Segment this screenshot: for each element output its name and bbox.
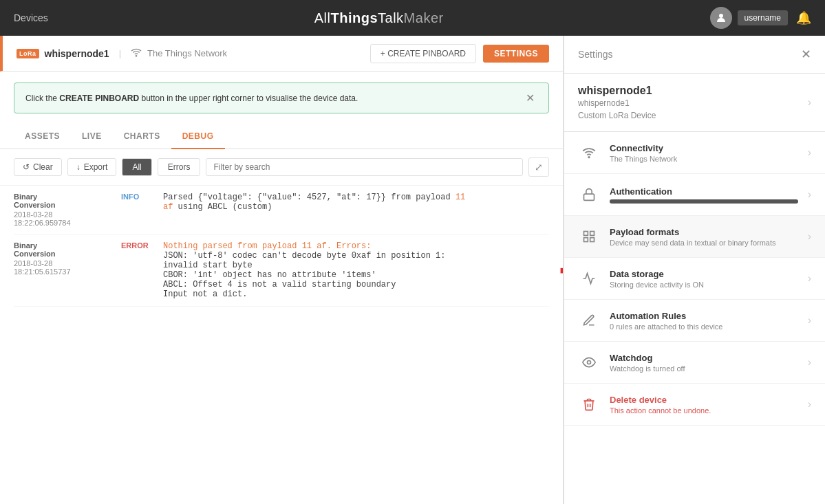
device-info-section[interactable]: whispernode1 whispernode1 Custom LoRa De…	[564, 74, 825, 132]
info-banner-text: Click the CREATE PINBOARD button in the …	[25, 94, 523, 103]
pencil-icon	[578, 309, 600, 331]
settings-item-watchdog[interactable]: Watchdog Watchdog is turned off ›	[564, 342, 825, 384]
left-panel: LoRa whispernode1 | The Things Network +…	[0, 36, 564, 504]
clear-button[interactable]: ↺ Clear	[14, 158, 62, 176]
payload-content: Payload formats Device may send data in …	[610, 227, 798, 247]
automation-title: Automation Rules	[610, 311, 798, 321]
payload-title: Payload formats	[610, 227, 798, 237]
svg-point-0	[719, 14, 723, 18]
data-storage-content: Data storage Storing device activity is …	[610, 269, 798, 289]
divider: |	[119, 48, 121, 58]
info-text-highlight: CREATE PINBOARD	[59, 94, 139, 103]
debug-toolbar: ↺ Clear ↓ Export All Errors ⤢	[0, 149, 563, 186]
payload-chevron-icon: ›	[808, 230, 811, 243]
app-title: AllThingsTalkMaker	[314, 10, 444, 26]
settings-item-data-storage[interactable]: Data storage Storing device activity is …	[564, 258, 825, 300]
settings-item-delete[interactable]: Delete device This action cannot be undo…	[564, 384, 825, 426]
search-input[interactable]	[206, 158, 523, 176]
tab-assets[interactable]: ASSETS	[14, 124, 71, 149]
download-icon: ↓	[76, 162, 81, 172]
grid-icon	[578, 226, 600, 248]
watchdog-content: Watchdog Watchdog is turned off	[610, 353, 798, 373]
log-meta-2: BinaryConversion 2018-03-2818:21:05.6157…	[14, 241, 110, 276]
nav-right: username 🔔	[710, 7, 811, 29]
settings-item-payload[interactable]: Payload formats Device may send data in …	[564, 216, 825, 258]
connectivity-title: Connectivity	[610, 143, 798, 153]
data-storage-chevron-icon: ›	[808, 272, 811, 285]
authentication-content: Authentication	[610, 186, 798, 204]
svg-rect-7	[584, 238, 588, 242]
connectivity-sub: The Things Network	[610, 155, 798, 163]
chevron-right-icon: ›	[808, 96, 811, 109]
connectivity-content: Connectivity The Things Network	[610, 143, 798, 163]
eye-icon	[578, 351, 600, 373]
username-display[interactable]: username	[738, 10, 788, 25]
user-section: username	[710, 7, 788, 29]
title-all: All	[314, 10, 331, 25]
device-header-left: LoRa whispernode1 | The Things Network	[17, 47, 227, 60]
data-storage-sub: Storing device activity is ON	[610, 281, 798, 289]
settings-item-automation[interactable]: Automation Rules 0 rules are attached to…	[564, 300, 825, 342]
watchdog-title: Watchdog	[610, 353, 798, 363]
tab-charts[interactable]: CHARTS	[113, 124, 171, 149]
svg-rect-5	[590, 232, 594, 236]
chart-icon	[578, 267, 600, 289]
settings-item-connectivity[interactable]: Connectivity The Things Network ›	[564, 132, 825, 174]
delete-chevron-icon: ›	[808, 398, 811, 410]
svg-point-8	[588, 361, 591, 364]
log-date-1: 2018-03-2818:22:06.959784	[14, 210, 110, 227]
device-info-title: whispernode1	[578, 85, 656, 97]
payload-sub: Device may send data in textual or binar…	[610, 239, 798, 247]
create-pinboard-button[interactable]: + CREATE PINBOARD	[370, 44, 476, 63]
delete-content: Delete device This action cannot be undo…	[610, 395, 798, 415]
automation-chevron-icon: ›	[808, 314, 811, 327]
top-navigation: Devices AllThingsTalkMaker username 🔔	[0, 0, 825, 36]
settings-button[interactable]: SETTINGS	[483, 45, 549, 63]
settings-panel: Settings ✕ whispernode1 whispernode1 Cus…	[564, 36, 825, 504]
nav-devices-label[interactable]: Devices	[14, 12, 48, 23]
svg-rect-4	[584, 232, 588, 236]
info-text-post: button in the upper right corner to visu…	[139, 94, 358, 103]
lora-badge: LoRa	[17, 49, 39, 58]
info-text-pre: Click the	[25, 94, 59, 103]
tab-live[interactable]: LIVE	[71, 124, 113, 149]
log-area: BinaryConversion 2018-03-2818:22:06.9597…	[0, 186, 563, 307]
wifi-icon	[578, 142, 600, 164]
log-date-2: 2018-03-2818:21:05.615737	[14, 259, 110, 276]
log-meta-1: BinaryConversion 2018-03-2818:22:06.9597…	[14, 193, 110, 227]
svg-point-1	[136, 56, 136, 56]
log-level-1: INFO	[121, 193, 152, 201]
log-type-1: BinaryConversion	[14, 193, 110, 209]
title-maker: Maker	[404, 10, 444, 25]
automation-content: Automation Rules 0 rules are attached to…	[610, 311, 798, 331]
filter-errors-button[interactable]: Errors	[158, 158, 201, 176]
auth-bar	[610, 199, 798, 204]
device-info-sub: whispernode1	[578, 98, 656, 108]
network-name: The Things Network	[147, 48, 227, 58]
avatar[interactable]	[710, 7, 732, 29]
log-type-2: BinaryConversion	[14, 241, 110, 258]
tab-debug[interactable]: DEBUG	[171, 124, 225, 149]
refresh-icon: ↺	[23, 162, 30, 172]
device-name: whispernode1	[45, 48, 109, 59]
settings-item-authentication[interactable]: Authentication ›	[564, 174, 825, 216]
arrow-container: ➡	[554, 259, 564, 282]
data-storage-title: Data storage	[610, 269, 798, 279]
authentication-title: Authentication	[610, 186, 798, 197]
log-entry: BinaryConversion 2018-03-2818:22:06.9597…	[14, 186, 549, 234]
clear-label: Clear	[33, 162, 53, 172]
notification-bell-icon[interactable]: 🔔	[796, 10, 811, 25]
filter-all-button[interactable]: All	[122, 158, 151, 176]
device-info-type: Custom LoRa Device	[578, 111, 656, 120]
log-message-1: Parsed {"voltage": {"value": 4527, "at":…	[163, 193, 549, 212]
settings-title: Settings	[578, 49, 613, 60]
close-settings-icon[interactable]: ✕	[801, 47, 811, 62]
close-banner-icon[interactable]: ✕	[523, 91, 537, 105]
automation-sub: 0 rules are attached to this device	[610, 322, 798, 331]
network-wifi-icon	[131, 47, 142, 60]
watchdog-sub: Watchdog is turned off	[610, 364, 798, 373]
log-entry-2: BinaryConversion 2018-03-2818:21:05.6157…	[14, 234, 549, 307]
lock-icon	[578, 184, 600, 206]
export-button[interactable]: ↓ Export	[67, 158, 117, 176]
expand-button[interactable]: ⤢	[528, 157, 549, 177]
